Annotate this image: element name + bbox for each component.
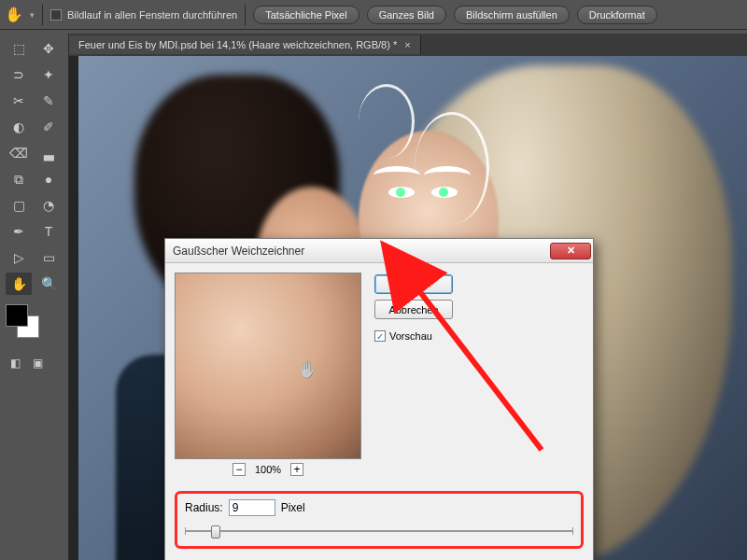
preview-checkbox-label: Vorschau bbox=[389, 330, 432, 342]
tool-eyedropper[interactable]: ✎ bbox=[35, 90, 62, 112]
tool-crop[interactable]: ✂ bbox=[6, 90, 32, 112]
tool-stamp[interactable]: ⌫ bbox=[6, 142, 32, 164]
checkbox-icon[interactable]: ✓ bbox=[374, 330, 386, 342]
cancel-button[interactable]: Abbrechen bbox=[374, 300, 453, 319]
dialog-preview-image[interactable]: ✋ bbox=[175, 273, 361, 459]
screenmode-icon[interactable]: ▣ bbox=[28, 355, 47, 371]
dialog-title: Gaußscher Weichzeichner bbox=[173, 245, 304, 258]
scroll-all-windows-checkbox[interactable]: Bildlauf in allen Fenstern durchführen bbox=[50, 9, 237, 21]
actual-pixels-button[interactable]: Tatsächliche Pixel bbox=[253, 6, 359, 24]
tool-gradient[interactable]: ● bbox=[35, 168, 62, 190]
fit-screen-button[interactable]: Ganzes Bild bbox=[367, 6, 446, 24]
options-bar: ✋ ▾ Bildlauf in allen Fenstern durchführ… bbox=[0, 0, 747, 30]
checkbox-box[interactable] bbox=[50, 9, 62, 21]
dialog-button-column: OK Abbrechen ✓ Vorschau bbox=[374, 273, 584, 476]
gaussian-blur-dialog: Gaußscher Weichzeichner ✕ ✋ − 100% + OK … bbox=[164, 238, 594, 560]
quickmask-icon[interactable]: ◧ bbox=[6, 355, 24, 371]
tool-lasso[interactable]: ⊃ bbox=[6, 63, 32, 86]
ok-button[interactable]: OK bbox=[374, 274, 453, 294]
tool-hand[interactable]: ✋ bbox=[6, 273, 32, 295]
tool-marquee[interactable]: ⬚ bbox=[6, 37, 32, 60]
separator bbox=[42, 5, 43, 25]
tool-zoom[interactable]: 🔍 bbox=[35, 273, 62, 295]
separator bbox=[245, 5, 246, 25]
tool-type[interactable]: T bbox=[35, 220, 62, 243]
dialog-close-button[interactable]: ✕ bbox=[550, 243, 591, 259]
tool-history[interactable]: ▃ bbox=[35, 142, 62, 164]
scroll-all-label: Bildlauf in allen Fenstern durchführen bbox=[67, 9, 237, 21]
document-tab[interactable]: Feuer und Eis by MDI.psd bei 14,1% (Haar… bbox=[69, 35, 421, 54]
slider-thumb[interactable] bbox=[211, 525, 220, 539]
tool-move[interactable]: ✥ bbox=[35, 37, 62, 60]
color-swatches[interactable] bbox=[6, 304, 43, 342]
fill-screen-button[interactable]: Bildschirm ausfüllen bbox=[454, 6, 570, 24]
zoom-level: 100% bbox=[255, 464, 281, 475]
document-tab-title: Feuer und Eis by MDI.psd bei 14,1% (Haar… bbox=[78, 39, 397, 50]
radius-slider[interactable] bbox=[185, 525, 573, 537]
dropdown-arrow-icon[interactable]: ▾ bbox=[30, 10, 35, 20]
tool-dodge[interactable]: ◔ bbox=[35, 194, 62, 217]
zoom-in-button[interactable]: + bbox=[290, 463, 303, 476]
tool-brush[interactable]: ✐ bbox=[35, 116, 62, 138]
zoom-out-button[interactable]: − bbox=[233, 463, 246, 476]
tool-eraser[interactable]: ⧉ bbox=[6, 168, 32, 190]
tool-wand[interactable]: ✦ bbox=[35, 63, 62, 86]
radius-unit: Pixel bbox=[281, 501, 305, 514]
tool-shape[interactable]: ▭ bbox=[35, 246, 62, 269]
tool-pen[interactable]: ✒ bbox=[6, 220, 32, 243]
hand-cursor-icon: ✋ bbox=[297, 359, 317, 380]
preview-checkbox[interactable]: ✓ Vorschau bbox=[374, 330, 584, 342]
radius-label: Radius: bbox=[185, 501, 223, 514]
dialog-titlebar[interactable]: Gaußscher Weichzeichner ✕ bbox=[165, 239, 593, 263]
dialog-preview-column: ✋ − 100% + bbox=[175, 273, 361, 476]
document-tab-strip: Feuer und Eis by MDI.psd bei 14,1% (Haar… bbox=[69, 34, 747, 56]
tools-panel: ⬚ ✥ ⊃ ✦ ✂ ✎ ◐ ✐ ⌫ ▃ ⧉ ● ▢ ◔ ✒ T ▷ ▭ ✋ 🔍 … bbox=[0, 34, 69, 560]
tool-path[interactable]: ▷ bbox=[6, 246, 32, 269]
print-size-button[interactable]: Druckformat bbox=[577, 6, 657, 24]
tool-grid: ⬚ ✥ ⊃ ✦ ✂ ✎ ◐ ✐ ⌫ ▃ ⧉ ● ▢ ◔ ✒ T ▷ ▭ ✋ 🔍 bbox=[6, 37, 63, 295]
tool-blur[interactable]: ▢ bbox=[6, 194, 32, 217]
radius-input[interactable] bbox=[229, 499, 275, 516]
foreground-color-swatch[interactable] bbox=[6, 304, 28, 327]
tool-heal[interactable]: ◐ bbox=[6, 116, 32, 138]
hand-tool-icon: ✋ bbox=[6, 7, 22, 23]
close-tab-icon[interactable]: × bbox=[404, 39, 410, 50]
radius-highlight-annotation: Radius: Pixel bbox=[175, 491, 584, 549]
